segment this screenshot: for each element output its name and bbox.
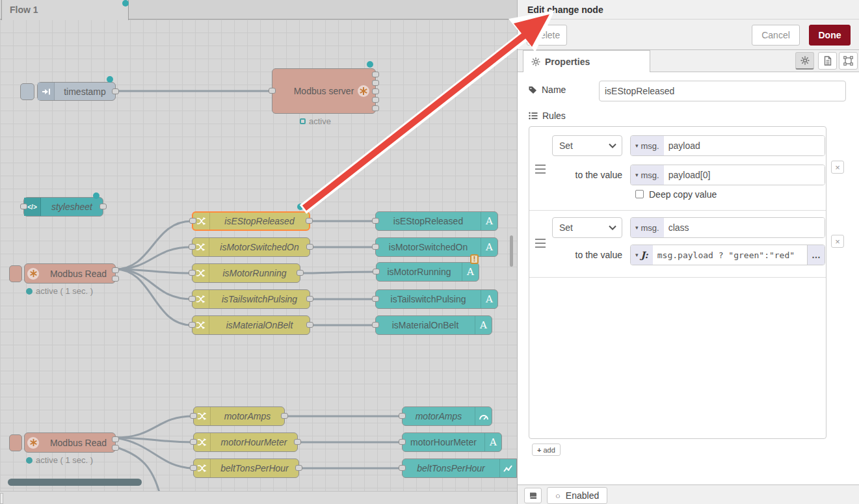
remove-rule-button[interactable]: × xyxy=(831,235,844,248)
type-select-msg[interactable]: ▾msg. xyxy=(631,136,664,155)
change-node[interactable]: isMotorSwitchedOn xyxy=(192,237,310,257)
tab-flow-1[interactable]: Flow 1 xyxy=(1,0,129,20)
input-port[interactable] xyxy=(399,413,406,419)
ui-chart-node[interactable]: beltTonsPerHour xyxy=(402,458,517,478)
zoom-control-partial[interactable] xyxy=(0,493,3,504)
rule-action-select[interactable]: Set xyxy=(552,217,622,238)
deep-copy-checkbox[interactable] xyxy=(635,190,644,198)
input-port[interactable] xyxy=(372,322,379,328)
input-port[interactable] xyxy=(189,322,196,328)
tab-properties[interactable]: Properties xyxy=(523,50,650,72)
output-port[interactable] xyxy=(372,72,379,77)
node-description-button[interactable] xyxy=(818,52,837,70)
ui-text-node[interactable]: isMotorSwitchedOn A xyxy=(375,237,498,257)
type-select-expression[interactable]: ▾J: xyxy=(631,245,653,265)
change-node[interactable]: motorAmps xyxy=(193,406,285,426)
ui-text-node[interactable]: isMaterialOnBelt A xyxy=(375,315,492,335)
input-port[interactable] xyxy=(190,439,197,445)
input-port[interactable] xyxy=(190,465,197,471)
output-port[interactable] xyxy=(99,204,107,209)
expression-input[interactable] xyxy=(653,245,807,265)
change-node[interactable]: isTailswitchPulsing xyxy=(192,289,310,309)
name-input[interactable] xyxy=(599,81,846,101)
done-button[interactable]: Done xyxy=(809,25,851,46)
output-port[interactable] xyxy=(281,413,288,419)
stylesheet-node[interactable]: </> stylesheet xyxy=(23,197,103,217)
type-select-msg[interactable]: ▾msg. xyxy=(631,165,664,185)
change-node[interactable]: motorHourMeter xyxy=(193,432,298,452)
input-port[interactable] xyxy=(399,465,406,471)
output-port[interactable] xyxy=(294,439,301,445)
input-port[interactable] xyxy=(20,204,27,209)
inject-button[interactable] xyxy=(20,83,34,100)
output-port[interactable] xyxy=(372,80,379,86)
text-icon: A xyxy=(462,263,479,281)
docs-button[interactable] xyxy=(524,488,542,503)
change-node[interactable]: isEStopReleased xyxy=(192,211,310,231)
output-port[interactable] xyxy=(306,322,313,328)
modbus-read-button[interactable] xyxy=(9,265,22,282)
modified-indicator xyxy=(297,204,304,210)
add-rule-button[interactable]: +add xyxy=(532,444,561,456)
output-port[interactable] xyxy=(372,88,379,94)
input-port[interactable] xyxy=(189,218,196,224)
property-value-input[interactable] xyxy=(664,218,825,237)
rule-separator xyxy=(529,210,826,211)
property-value-input[interactable] xyxy=(664,136,825,155)
vertical-scrollbar[interactable] xyxy=(510,235,513,267)
enabled-toggle[interactable]: ○ Enabled xyxy=(547,487,607,504)
caret-down-icon: ▾ xyxy=(635,172,639,178)
value-input[interactable] xyxy=(664,165,825,185)
ui-text-node[interactable]: isEStopReleased A xyxy=(375,211,498,231)
rule-drag-handle[interactable] xyxy=(535,239,546,248)
rule-property-input[interactable]: ▾msg. xyxy=(630,135,825,156)
remove-rule-button[interactable]: × xyxy=(831,161,844,174)
ui-gauge-node[interactable]: motorAmps xyxy=(402,406,492,426)
output-port[interactable] xyxy=(372,97,379,103)
type-select-msg[interactable]: ▾msg. xyxy=(631,218,664,237)
output-port[interactable] xyxy=(306,244,313,250)
input-port[interactable] xyxy=(372,244,379,250)
input-port[interactable] xyxy=(189,270,196,276)
input-port[interactable] xyxy=(189,244,196,250)
change-node[interactable]: isMotorRunning xyxy=(192,263,300,283)
rule-value-input[interactable]: ▾msg. xyxy=(630,165,825,185)
ui-text-node[interactable]: isMotorRunning A xyxy=(376,262,479,282)
modbus-read-node[interactable]: Modbus Read xyxy=(24,432,116,453)
expand-expression-button[interactable]: … xyxy=(807,245,825,265)
output-port[interactable] xyxy=(112,445,119,451)
ui-text-node[interactable]: isTailswitchPulsing A xyxy=(375,289,498,309)
output-port[interactable] xyxy=(112,267,119,273)
input-port[interactable] xyxy=(372,218,379,224)
node-properties-button[interactable] xyxy=(795,52,814,70)
node-label: beltTonsPerHour xyxy=(403,459,499,477)
change-node[interactable]: isMaterialOnBelt xyxy=(192,315,310,335)
output-port[interactable] xyxy=(112,436,119,442)
output-port[interactable] xyxy=(297,270,304,276)
input-port[interactable] xyxy=(189,296,196,302)
output-port[interactable] xyxy=(295,465,302,471)
input-port[interactable] xyxy=(269,88,276,94)
input-port[interactable] xyxy=(372,296,379,302)
output-port[interactable] xyxy=(372,105,379,111)
modbus-read-button[interactable] xyxy=(9,434,22,451)
inject-node-timestamp[interactable]: timestamp xyxy=(37,82,116,101)
rule-action-select[interactable]: Set xyxy=(552,135,622,156)
node-appearance-button[interactable] xyxy=(839,52,858,70)
input-port[interactable] xyxy=(190,413,197,419)
output-port[interactable] xyxy=(112,276,119,282)
output-port[interactable] xyxy=(112,88,119,94)
output-port[interactable] xyxy=(306,296,313,302)
horizontal-scrollbar[interactable] xyxy=(8,479,142,486)
output-port[interactable] xyxy=(306,218,313,224)
input-port[interactable] xyxy=(373,269,380,274)
rule-property-input[interactable]: ▾msg. xyxy=(630,217,825,238)
change-node[interactable]: beltTonsPerHour xyxy=(193,458,299,478)
delete-button[interactable]: Delete xyxy=(527,25,567,46)
cancel-button[interactable]: Cancel xyxy=(752,25,800,46)
input-port[interactable] xyxy=(399,439,406,445)
rule-value-input[interactable]: ▾J: … xyxy=(630,245,825,265)
rule-drag-handle[interactable] xyxy=(535,165,546,174)
ui-text-node[interactable]: motorHourMeter A xyxy=(402,432,502,452)
modbus-read-node[interactable]: Modbus Read xyxy=(24,263,116,284)
